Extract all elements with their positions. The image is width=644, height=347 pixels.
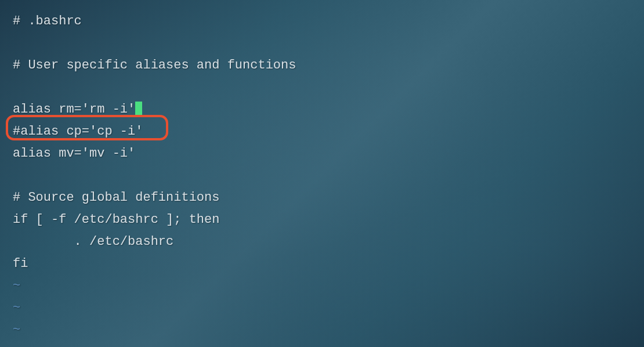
code-line[interactable] xyxy=(13,165,631,187)
code-line[interactable]: if [ -f /etc/bashrc ]; then xyxy=(13,209,631,231)
code-line[interactable]: # User specific aliases and functions xyxy=(13,55,631,77)
code-line[interactable] xyxy=(13,32,631,55)
code-line[interactable]: # .bashrc xyxy=(13,10,631,32)
text-editor-viewport[interactable]: # .bashrc # User specific aliases and fu… xyxy=(13,10,631,341)
code-line[interactable]: . /etc/bashrc xyxy=(13,231,631,253)
cursor-block xyxy=(135,102,142,115)
code-text: alias rm='rm -i' xyxy=(13,102,135,117)
empty-line-tilde: ~ xyxy=(13,319,631,341)
empty-line-tilde: ~ xyxy=(13,275,631,297)
code-line[interactable] xyxy=(13,77,631,99)
code-line[interactable]: # Source global definitions xyxy=(13,187,631,209)
empty-line-tilde: ~ xyxy=(13,297,631,319)
code-line[interactable]: #alias cp='cp -i' xyxy=(13,121,631,143)
code-line[interactable]: alias rm='rm -i' xyxy=(13,99,631,121)
code-line[interactable]: fi xyxy=(13,253,631,275)
code-line[interactable]: alias mv='mv -i' xyxy=(13,143,631,165)
